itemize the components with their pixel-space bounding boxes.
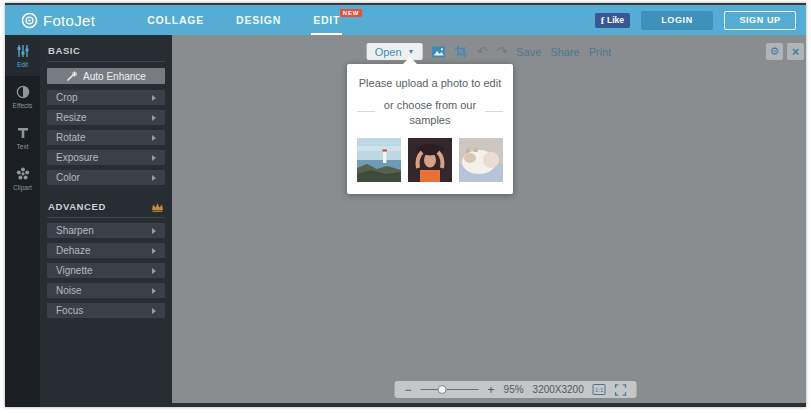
crop-icon[interactable] (454, 45, 467, 58)
chevron-right-icon (152, 175, 156, 181)
tool-rotate[interactable]: Rotate (47, 130, 165, 145)
tool-noise[interactable]: Noise (47, 283, 165, 298)
tools-panel: BASIC Auto Enhance Crop Resize Rotate (40, 35, 172, 407)
sample-thumbnails (355, 138, 505, 182)
chevron-right-icon (152, 268, 156, 274)
status-bar: − + 95% 3200X3200 1:1 (395, 381, 637, 398)
actual-size-icon[interactable]: 1:1 (593, 384, 606, 395)
chevron-right-icon (152, 288, 156, 294)
redo-icon[interactable]: ↷ (496, 45, 507, 58)
sample-woman-portrait[interactable] (408, 138, 452, 182)
gear-icon: ⚙ (770, 46, 780, 57)
fotojet-logo-icon (21, 12, 38, 29)
close-icon: × (792, 45, 800, 58)
zoom-slider-track (421, 389, 479, 390)
tool-rotate-label: Rotate (56, 132, 85, 143)
canvas-dimensions: 3200X3200 (533, 384, 584, 395)
upload-prompt: Please upload a photo to edit (355, 77, 505, 89)
chevron-down-icon: ▼ (408, 48, 415, 55)
samples-prompt: or choose from our samples (371, 98, 489, 128)
rail-label-edit: Edit (17, 61, 28, 68)
tool-crop[interactable]: Crop (47, 90, 165, 105)
facebook-like-button[interactable]: f Like (595, 13, 630, 28)
fit-screen-icon[interactable] (615, 384, 627, 396)
new-badge: NEW (340, 9, 362, 17)
tool-crop-label: Crop (56, 92, 78, 103)
nav-edit[interactable]: EDIT NEW (297, 5, 356, 35)
auto-enhance-button[interactable]: Auto Enhance (47, 68, 165, 84)
nav-edit-label: EDIT (313, 14, 340, 26)
fotojet-logo[interactable]: FotoJet (21, 12, 95, 29)
advanced-section-header: ADVANCED (47, 197, 165, 217)
image-icon[interactable] (431, 46, 445, 58)
tool-noise-label: Noise (56, 285, 82, 296)
open-label: Open (375, 46, 402, 58)
rail-item-text[interactable]: Text (5, 117, 40, 158)
facebook-like-label: Like (607, 15, 624, 25)
divider (47, 61, 165, 62)
header-right: f Like LOGIN SIGN UP (595, 11, 796, 30)
tool-dehaze-label: Dehaze (56, 245, 90, 256)
chevron-right-icon (152, 95, 156, 101)
close-button[interactable]: × (787, 43, 804, 60)
signup-button[interactable]: SIGN UP (724, 11, 796, 30)
letter-t-icon (16, 126, 30, 140)
chevron-right-icon (152, 135, 156, 141)
zoom-in-button[interactable]: + (488, 384, 495, 396)
zoom-out-button[interactable]: − (405, 384, 412, 396)
tool-focus[interactable]: Focus (47, 303, 165, 318)
chevron-right-icon (152, 115, 156, 121)
tool-vignette-label: Vignette (56, 265, 93, 276)
samples-prompt-row: or choose from our samples (355, 98, 505, 128)
nav-design[interactable]: DESIGN (220, 5, 297, 35)
zoom-slider-knob[interactable] (438, 385, 447, 394)
sliders-icon (16, 44, 30, 58)
sample-seascape-lighthouse[interactable] (357, 138, 401, 182)
tool-resize[interactable]: Resize (47, 110, 165, 125)
tool-color-label: Color (56, 172, 80, 183)
print-button[interactable]: Print (589, 46, 612, 58)
sidebar-rail: Edit Effects Text Clipart (5, 35, 40, 407)
rail-label-text: Text (17, 143, 29, 150)
chevron-right-icon (152, 155, 156, 161)
divider (47, 217, 165, 218)
magic-wand-icon (66, 71, 77, 82)
tool-vignette[interactable]: Vignette (47, 263, 165, 278)
settings-button[interactable]: ⚙ (766, 43, 783, 60)
canvas-corner-buttons: ⚙ × (766, 43, 804, 60)
undo-icon[interactable]: ↶ (476, 45, 487, 58)
zoom-slider[interactable] (421, 385, 479, 394)
login-button[interactable]: LOGIN (641, 11, 713, 30)
zoom-level: 95% (504, 384, 524, 395)
rail-label-clipart: Clipart (13, 184, 32, 191)
nav-collage[interactable]: COLLAGE (131, 5, 220, 35)
auto-enhance-label: Auto Enhance (83, 71, 146, 82)
rail-item-clipart[interactable]: Clipart (5, 158, 40, 199)
rail-item-edit[interactable]: Edit (5, 35, 40, 76)
tool-sharpen-label: Sharpen (56, 225, 94, 236)
sample-white-cat[interactable] (459, 138, 503, 182)
advanced-title: ADVANCED (48, 201, 106, 212)
tool-resize-label: Resize (56, 112, 87, 123)
tool-dehaze[interactable]: Dehaze (47, 243, 165, 258)
save-button[interactable]: Save (516, 46, 541, 58)
tool-focus-label: Focus (56, 305, 83, 316)
header-bar: FotoJet COLLAGE DESIGN EDIT NEW f Like L… (5, 5, 806, 35)
main-nav: COLLAGE DESIGN EDIT NEW (131, 5, 356, 35)
tool-sharpen[interactable]: Sharpen (47, 223, 165, 238)
share-button[interactable]: Share (550, 46, 579, 58)
chevron-right-icon (152, 248, 156, 254)
crown-icon (151, 202, 164, 212)
fotojet-app-window: FotoJet COLLAGE DESIGN EDIT NEW f Like L… (5, 3, 806, 407)
tool-color[interactable]: Color (47, 170, 165, 185)
tool-exposure-label: Exposure (56, 152, 98, 163)
rail-label-effects: Effects (13, 102, 33, 109)
chevron-right-icon (152, 308, 156, 314)
upload-popup: Please upload a photo to edit or choose … (347, 64, 513, 194)
tool-exposure[interactable]: Exposure (47, 150, 165, 165)
basic-section-header: BASIC (47, 41, 165, 61)
half-circle-icon (16, 85, 30, 99)
flower-icon (16, 167, 30, 181)
basic-title: BASIC (48, 45, 81, 56)
rail-item-effects[interactable]: Effects (5, 76, 40, 117)
